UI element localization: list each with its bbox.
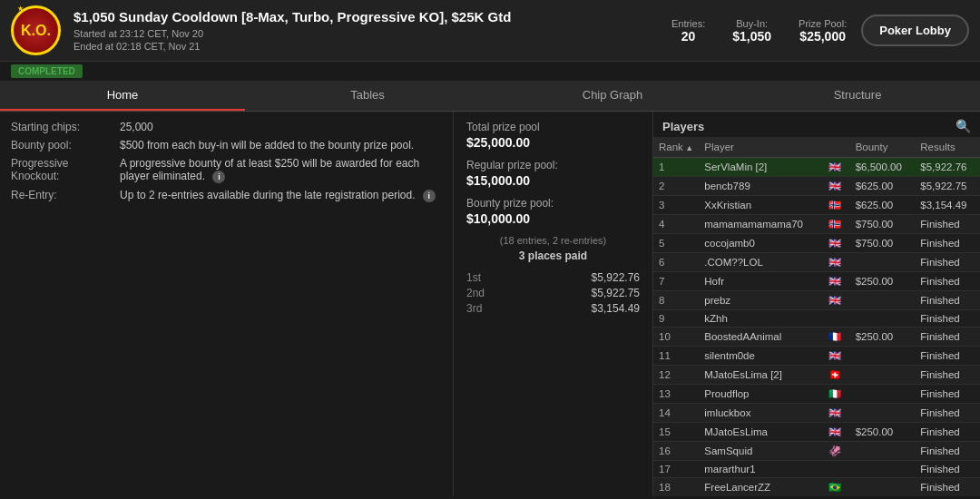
cell-flag: 🇬🇧	[823, 423, 849, 442]
reentry-info-icon[interactable]: i	[423, 190, 436, 202]
prizepool-stat: Prize Pool: $25,000	[799, 18, 847, 44]
cell-bounty: $625.00	[850, 177, 916, 196]
progressive-ko-value: A progressive bounty of at least $250 wi…	[120, 157, 442, 183]
cell-flag: 🇬🇧	[823, 158, 849, 177]
cell-player: mamamamamama70	[699, 215, 823, 234]
tab-tables[interactable]: Tables	[245, 81, 490, 111]
cell-player: imluckbox	[699, 404, 823, 423]
table-row: 2bencb789🇬🇧$625.00$5,922.75	[653, 177, 980, 196]
table-row: 12MJatoEsLima [2]🇨🇭Finished	[653, 366, 980, 385]
cell-player: BoostedAAnimal	[699, 328, 823, 347]
cell-bounty	[850, 461, 916, 478]
table-row: 3XxKristian🇳🇴$625.00$3,154.49	[653, 196, 980, 215]
logo-ko-text: K.O.	[21, 24, 51, 38]
cell-bounty	[850, 442, 916, 461]
cell-rank: 16	[653, 442, 699, 461]
header: ★ K.O. $1,050 Sunday Cooldown [8-Max, Tu…	[0, 0, 980, 62]
cell-rank: 4	[653, 215, 699, 234]
col-bounty: Bounty	[850, 137, 916, 158]
table-row: 1SerVlaMin [2]🇬🇧$6,500.00$5,922.76	[653, 158, 980, 177]
cell-result: $3,154.49	[915, 196, 980, 215]
table-row: 10BoostedAAnimal🇫🇷$250.00Finished	[653, 328, 980, 347]
tab-chip-graph[interactable]: Chip Graph	[490, 81, 735, 111]
cell-result: $5,922.76	[915, 158, 980, 177]
cell-result: Finished	[915, 423, 980, 442]
col-results: Results	[915, 137, 980, 158]
cell-flag: 🇬🇧	[823, 404, 849, 423]
cell-rank: 8	[653, 291, 699, 310]
cell-rank: 3	[653, 196, 699, 215]
starting-chips-label: Starting chips:	[11, 121, 120, 133]
total-prize-label: Total prize pool	[466, 121, 640, 133]
header-dates: Started at 23:12 CET, Nov 20 Ended at 02…	[74, 28, 671, 52]
cell-result: Finished	[915, 404, 980, 423]
reentry-value: Up to 2 re-entries available during the …	[120, 189, 442, 202]
cell-flag	[823, 310, 849, 328]
progressive-ko-row: Progressive Knockout: A progressive boun…	[11, 157, 442, 183]
cell-player: XxKristian	[699, 196, 823, 215]
cell-bounty	[850, 347, 916, 366]
cell-bounty	[850, 253, 916, 272]
cell-player: silentm0de	[699, 347, 823, 366]
center-panel: Total prize pool $25,000.00 Regular priz…	[454, 112, 653, 496]
cell-result: Finished	[915, 291, 980, 310]
tournament-title: $1,050 Sunday Cooldown [8-Max, Turbo, Pr…	[74, 9, 671, 24]
bounty-pool-label: Bounty pool:	[11, 139, 120, 152]
progressive-ko-label: Progressive Knockout:	[11, 157, 120, 183]
tab-structure[interactable]: Structure	[735, 81, 980, 111]
col-player: Player	[699, 137, 823, 158]
cell-flag: 🇳🇴	[823, 215, 849, 234]
cell-flag: 🇬🇧	[823, 272, 849, 291]
cell-flag: 🇨🇭	[823, 366, 849, 385]
cell-rank: 17	[653, 461, 699, 478]
cell-result: Finished	[915, 366, 980, 385]
table-header-row: Rank Player Bounty Results	[653, 137, 980, 158]
poker-lobby-button[interactable]: Poker Lobby	[861, 15, 969, 46]
cell-player: .COM??LOL	[699, 253, 823, 272]
cell-flag	[823, 461, 849, 478]
cell-bounty	[850, 291, 916, 310]
cell-rank: 9	[653, 310, 699, 328]
main-content: Starting chips: 25,000 Bounty pool: $500…	[0, 112, 980, 496]
cell-player: SamSquid	[699, 442, 823, 461]
cell-bounty: $6,500.00	[850, 158, 916, 177]
cell-rank: 13	[653, 385, 699, 404]
cell-bounty: $250.00	[850, 423, 916, 442]
cell-player: bencb789	[699, 177, 823, 196]
search-icon[interactable]: 🔍	[956, 119, 971, 133]
cell-player: MJatoEsLima [2]	[699, 366, 823, 385]
cell-flag: 🇬🇧	[823, 347, 849, 366]
cell-flag: 🇬🇧	[823, 253, 849, 272]
table-row: 13Proudflop🇮🇹Finished	[653, 385, 980, 404]
cell-rank: 5	[653, 234, 699, 253]
cell-bounty	[850, 385, 916, 404]
reentry-row: Re-Entry: Up to 2 re-entries available d…	[11, 189, 442, 202]
progressive-ko-info-icon[interactable]: i	[212, 171, 225, 183]
table-row: 9kZhhFinished	[653, 310, 980, 328]
cell-result: Finished	[915, 478, 980, 497]
tab-home[interactable]: Home	[0, 81, 245, 111]
regular-prize-label: Regular prize pool:	[466, 159, 640, 171]
players-table-scroll[interactable]: Rank Player Bounty Results 1SerVlaMin [2…	[653, 137, 980, 496]
cell-result: Finished	[915, 461, 980, 478]
entries-stat: Entries: 20	[671, 18, 705, 44]
bounty-pool-value: $500 from each buy-in will be added to t…	[120, 139, 442, 152]
cell-player: FreeLancerZZ	[699, 478, 823, 497]
cell-flag: 🦑	[823, 442, 849, 461]
cell-result: Finished	[915, 253, 980, 272]
payout-3: 3rd $3,154.49	[466, 302, 640, 315]
cell-player: cocojamb0	[699, 234, 823, 253]
cell-bounty: $750.00	[850, 234, 916, 253]
cell-rank: 11	[653, 347, 699, 366]
cell-player: SerVlaMin [2]	[699, 158, 823, 177]
reentry-label: Re-Entry:	[11, 189, 120, 202]
cell-bounty: $250.00	[850, 328, 916, 347]
table-row: 7Hofr🇬🇧$250.00Finished	[653, 272, 980, 291]
places-paid: 3 places paid	[466, 250, 640, 262]
col-rank[interactable]: Rank	[653, 137, 699, 158]
regular-prize-value: $15,000.00	[466, 173, 640, 188]
tab-bar: Home Tables Chip Graph Structure	[0, 81, 980, 112]
completed-badge: COMPLETED	[11, 64, 83, 78]
cell-flag: 🇬🇧	[823, 234, 849, 253]
cell-rank: 15	[653, 423, 699, 442]
